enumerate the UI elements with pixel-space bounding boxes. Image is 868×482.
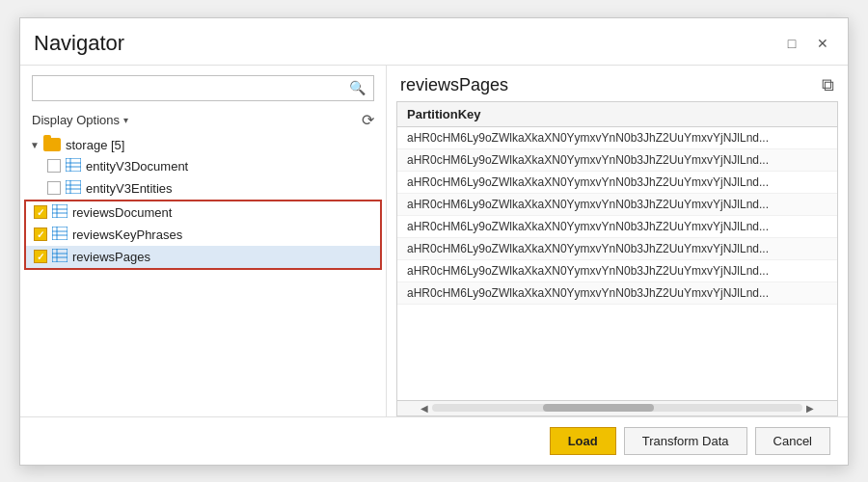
tree-item-label: entityV3Entities xyxy=(86,181,173,196)
right-panel: reviewsPages ⧉ PartitionKey aHR0cHM6Ly9o… xyxy=(387,66,848,416)
table-icon-reviewsDocument xyxy=(52,204,68,221)
preview-header: reviewsPages ⧉ xyxy=(387,75,848,101)
list-item[interactable]: reviewsDocument xyxy=(26,201,380,224)
table-icon-reviewsPages xyxy=(52,249,68,265)
svg-rect-0 xyxy=(66,158,81,172)
table-row: aHR0cHM6Ly9oZWlkaXkaXN0YymxvYnN0b3JhZ2Uu… xyxy=(397,149,837,172)
table-row: aHR0cHM6Ly9oZWlkaXkaXN0YymxvYnN0b3JhZ2Uu… xyxy=(397,194,837,216)
svg-rect-4 xyxy=(66,180,81,194)
navigator-dialog: Navigator □ ✕ 🔍 Display Options ▾ ⟳ xyxy=(19,17,849,466)
transform-data-button[interactable]: Transform Data xyxy=(624,427,747,455)
table-row: aHR0cHM6Ly9oZWlkaXkaXN0YymxvYnN0b3JhZ2Uu… xyxy=(397,260,837,282)
dialog-title: Navigator xyxy=(34,31,124,56)
title-controls: □ ✕ xyxy=(780,32,834,55)
scroll-left-arrow[interactable]: ◀ xyxy=(417,403,432,414)
horizontal-scrollbar[interactable]: ◀ ▶ xyxy=(397,400,837,415)
checkbox-entityV3Document[interactable] xyxy=(47,159,61,173)
content-area: 🔍 Display Options ▾ ⟳ ▼ storage [5] xyxy=(20,65,848,416)
column-header: PartitionKey xyxy=(397,102,837,127)
list-item[interactable]: entityV3Document xyxy=(40,155,386,177)
table-row: aHR0cHM6Ly9oZWlkaXkaXN0YymxvYnN0b3JhZ2Uu… xyxy=(397,282,837,305)
display-options-button[interactable]: Display Options ▾ xyxy=(32,113,128,127)
tree-item-label: reviewsPages xyxy=(72,250,150,264)
display-options-arrow: ▾ xyxy=(123,115,128,125)
tree-item-label: reviewsDocument xyxy=(72,205,172,220)
display-options-row: Display Options ▾ ⟳ xyxy=(20,109,386,135)
folder-icon xyxy=(43,138,61,151)
tree-root-label: storage [5] xyxy=(66,138,124,152)
search-bar: 🔍 xyxy=(32,75,374,101)
table-icon-reviewsKeyPhrases xyxy=(52,227,68,243)
svg-rect-8 xyxy=(52,204,68,218)
table-icon-entityV3Entities xyxy=(66,180,81,197)
scrollbar-thumb xyxy=(543,404,654,412)
svg-rect-16 xyxy=(52,249,68,262)
checkbox-entityV3Entities[interactable] xyxy=(47,181,61,195)
table-body[interactable]: aHR0cHM6Ly9oZWlkaXkaXN0YymxvYnN0b3JhZ2Uu… xyxy=(397,127,837,400)
minimize-button[interactable]: □ xyxy=(780,32,803,55)
tree-root-item[interactable]: ▼ storage [5] xyxy=(20,135,386,155)
list-item[interactable]: reviewsKeyPhrases xyxy=(26,224,380,246)
footer: Load Transform Data Cancel xyxy=(20,416,848,465)
left-panel: 🔍 Display Options ▾ ⟳ ▼ storage [5] xyxy=(20,66,387,416)
close-button[interactable]: ✕ xyxy=(811,32,834,55)
checkbox-reviewsPages[interactable] xyxy=(34,250,47,263)
search-button[interactable]: 🔍 xyxy=(341,76,373,99)
display-options-label-text: Display Options xyxy=(32,113,120,127)
selected-items-group: reviewsDocument reviewsKeyPhrases xyxy=(24,200,382,270)
cancel-button[interactable]: Cancel xyxy=(755,427,830,455)
tree-toggle-icon: ▼ xyxy=(28,138,41,151)
refresh-icon[interactable]: ⟳ xyxy=(362,111,374,129)
list-item[interactable]: entityV3Entities xyxy=(40,177,386,200)
title-bar: Navigator □ ✕ xyxy=(20,18,848,59)
table-row: aHR0cHM6Ly9oZWlkaXkaXN0YymxvYnN0b3JhZ2Uu… xyxy=(397,216,837,238)
tree-item-label: reviewsKeyPhrases xyxy=(72,228,182,242)
tree-item-label: entityV3Document xyxy=(86,159,188,174)
scroll-right-arrow[interactable]: ▶ xyxy=(802,403,818,414)
table-icon-entityV3Document xyxy=(66,158,81,174)
load-button[interactable]: Load xyxy=(550,427,616,455)
table-row: aHR0cHM6Ly9oZWlkaXkaXN0YymxvYnN0b3JhZ2Uu… xyxy=(397,172,837,194)
preview-title: reviewsPages xyxy=(400,75,508,95)
table-row: aHR0cHM6Ly9oZWlkaXkaXN0YymxvYnN0b3JhZ2Uu… xyxy=(397,127,837,149)
scrollbar-track xyxy=(432,404,802,412)
search-input[interactable] xyxy=(33,76,341,100)
checkbox-reviewsDocument[interactable] xyxy=(34,205,47,219)
checkbox-reviewsKeyPhrases[interactable] xyxy=(34,228,47,241)
data-table: PartitionKey aHR0cHM6Ly9oZWlkaXkaXN0Yymx… xyxy=(396,101,838,416)
tree-area: ▼ storage [5] entityV3Document xyxy=(20,135,386,416)
preview-export-icon[interactable]: ⧉ xyxy=(822,75,834,95)
list-item[interactable]: reviewsPages xyxy=(26,246,380,268)
svg-rect-12 xyxy=(52,227,68,240)
table-row: aHR0cHM6Ly9oZWlkaXkaXN0YymxvYnN0b3JhZ2Uu… xyxy=(397,238,837,260)
